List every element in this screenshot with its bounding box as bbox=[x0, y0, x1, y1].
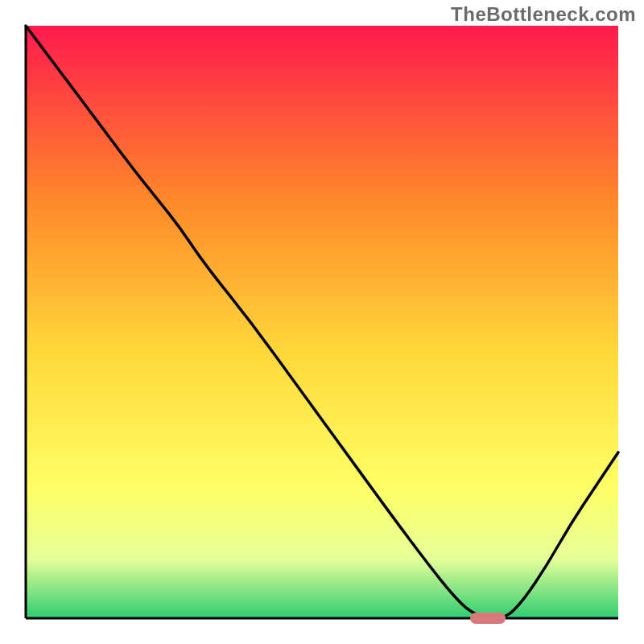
bottleneck-chart: TheBottleneck.com bbox=[0, 0, 644, 644]
plot-background bbox=[26, 26, 618, 618]
chart-svg bbox=[0, 0, 644, 644]
watermark-text: TheBottleneck.com bbox=[451, 3, 636, 26]
minimum-marker bbox=[470, 613, 506, 624]
